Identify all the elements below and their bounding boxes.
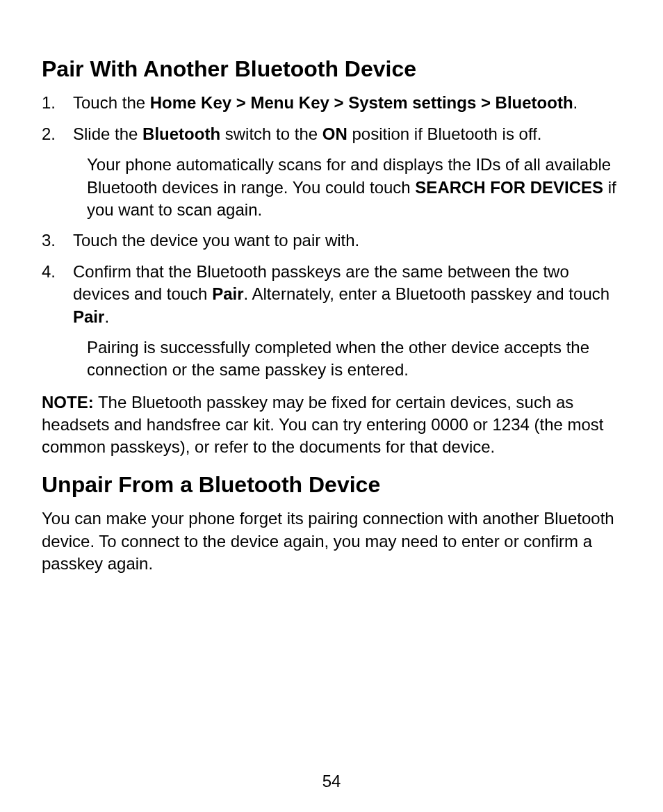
pair-steps-list: 1. Touch the Home Key > Menu Key > Syste…	[42, 92, 621, 381]
heading-pair: Pair With Another Bluetooth Device	[42, 56, 621, 82]
step-sub-text: Pairing is successfully completed when t…	[87, 336, 621, 382]
step-marker: 1.	[42, 92, 73, 114]
page-number: 54	[0, 772, 663, 791]
note-paragraph: NOTE: The Bluetooth passkey may be fixed…	[42, 391, 621, 459]
step-content: Confirm that the Bluetooth passkeys are …	[73, 261, 621, 382]
pair-step-4: 4. Confirm that the Bluetooth passkeys a…	[42, 261, 621, 382]
step-content: Slide the Bluetooth switch to the ON pos…	[73, 123, 621, 222]
step-marker: 4.	[42, 261, 73, 382]
document-page: Pair With Another Bluetooth Device 1. To…	[0, 0, 663, 812]
step-main-text: Confirm that the Bluetooth passkeys are …	[73, 262, 609, 326]
step-marker: 3.	[42, 229, 73, 252]
pair-step-3: 3. Touch the device you want to pair wit…	[42, 229, 621, 252]
step-content: Touch the Home Key > Menu Key > System s…	[73, 92, 621, 114]
step-main-text: Slide the Bluetooth switch to the ON pos…	[73, 124, 542, 143]
heading-unpair: Unpair From a Bluetooth Device	[42, 471, 621, 498]
pair-step-2: 2. Slide the Bluetooth switch to the ON …	[42, 123, 621, 222]
step-content: Touch the device you want to pair with.	[73, 229, 621, 252]
step-sub-text: Your phone automatically scans for and d…	[87, 154, 621, 221]
step-marker: 2.	[42, 123, 73, 222]
unpair-intro: You can make your phone forget its pairi…	[42, 508, 621, 575]
pair-step-1: 1. Touch the Home Key > Menu Key > Syste…	[42, 92, 621, 114]
